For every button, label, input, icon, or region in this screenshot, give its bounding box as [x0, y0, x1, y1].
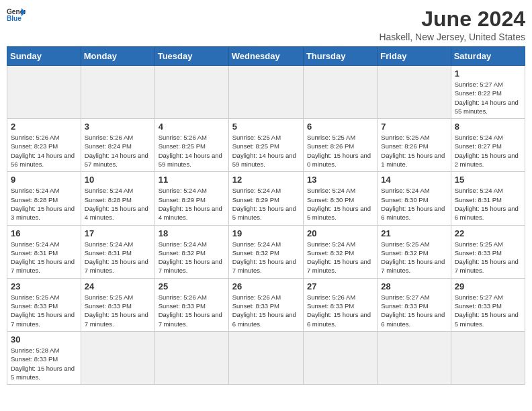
- day-info: Sunrise: 5:24 AM Sunset: 8:32 PM Dayligh…: [307, 240, 373, 275]
- calendar-cell: 6Sunrise: 5:25 AM Sunset: 8:26 PM Daylig…: [303, 119, 377, 172]
- day-info: Sunrise: 5:27 AM Sunset: 8:22 PM Dayligh…: [455, 80, 521, 116]
- calendar-cell: [81, 66, 154, 119]
- calendar-cell: 17Sunrise: 5:24 AM Sunset: 8:31 PM Dayli…: [81, 225, 154, 278]
- day-number: 27: [307, 281, 373, 291]
- calendar-cell: 13Sunrise: 5:24 AM Sunset: 8:30 PM Dayli…: [303, 172, 377, 225]
- day-number: 19: [232, 228, 300, 238]
- calendar-cell: 25Sunrise: 5:26 AM Sunset: 8:33 PM Dayli…: [154, 278, 228, 331]
- calendar-cell: [7, 66, 81, 119]
- day-number: 28: [381, 281, 447, 291]
- calendar-cell: 2Sunrise: 5:26 AM Sunset: 8:23 PM Daylig…: [7, 119, 81, 172]
- title-area: June 2024 Haskell, New Jersey, United St…: [379, 7, 525, 42]
- day-number: 26: [232, 281, 300, 291]
- day-number: 21: [381, 228, 447, 238]
- calendar-cell: 20Sunrise: 5:24 AM Sunset: 8:32 PM Dayli…: [303, 225, 377, 278]
- calendar-cell: 14Sunrise: 5:24 AM Sunset: 8:30 PM Dayli…: [378, 172, 451, 225]
- day-info: Sunrise: 5:25 AM Sunset: 8:26 PM Dayligh…: [381, 133, 447, 169]
- calendar-cell: 28Sunrise: 5:27 AM Sunset: 8:33 PM Dayli…: [378, 278, 451, 331]
- calendar-week-row-1: 1Sunrise: 5:27 AM Sunset: 8:22 PM Daylig…: [7, 66, 525, 119]
- day-number: 3: [85, 122, 151, 132]
- day-info: Sunrise: 5:26 AM Sunset: 8:23 PM Dayligh…: [11, 133, 77, 169]
- day-number: 11: [159, 175, 225, 185]
- calendar-cell: 29Sunrise: 5:27 AM Sunset: 8:33 PM Dayli…: [451, 278, 525, 331]
- day-number: 20: [307, 228, 373, 238]
- calendar-cell: 24Sunrise: 5:25 AM Sunset: 8:33 PM Dayli…: [81, 278, 154, 331]
- day-info: Sunrise: 5:24 AM Sunset: 8:30 PM Dayligh…: [381, 186, 447, 222]
- calendar-cell: [378, 331, 451, 384]
- weekday-header-friday: Friday: [378, 47, 451, 66]
- day-info: Sunrise: 5:24 AM Sunset: 8:28 PM Dayligh…: [11, 186, 77, 222]
- day-info: Sunrise: 5:24 AM Sunset: 8:29 PM Dayligh…: [232, 186, 300, 222]
- calendar-cell: 16Sunrise: 5:24 AM Sunset: 8:31 PM Dayli…: [7, 225, 81, 278]
- calendar-cell: 22Sunrise: 5:25 AM Sunset: 8:33 PM Dayli…: [451, 225, 525, 278]
- day-number: 7: [381, 122, 447, 132]
- logo: General Blue: [7, 7, 26, 23]
- day-info: Sunrise: 5:24 AM Sunset: 8:31 PM Dayligh…: [455, 186, 521, 222]
- calendar-cell: 11Sunrise: 5:24 AM Sunset: 8:29 PM Dayli…: [154, 172, 228, 225]
- calendar-cell: 1Sunrise: 5:27 AM Sunset: 8:22 PM Daylig…: [451, 66, 525, 119]
- day-info: Sunrise: 5:27 AM Sunset: 8:33 PM Dayligh…: [455, 293, 521, 328]
- weekday-header-sunday: Sunday: [7, 47, 81, 66]
- weekday-header-wednesday: Wednesday: [228, 47, 303, 66]
- day-number: 4: [159, 122, 225, 132]
- day-number: 1: [455, 68, 521, 79]
- svg-text:Blue: Blue: [7, 15, 21, 22]
- day-info: Sunrise: 5:26 AM Sunset: 8:33 PM Dayligh…: [159, 293, 225, 328]
- calendar-week-row-2: 2Sunrise: 5:26 AM Sunset: 8:23 PM Daylig…: [7, 119, 525, 172]
- day-info: Sunrise: 5:24 AM Sunset: 8:32 PM Dayligh…: [159, 240, 225, 275]
- day-number: 8: [455, 122, 521, 132]
- calendar-table: SundayMondayTuesdayWednesdayThursdayFrid…: [7, 46, 525, 385]
- calendar-week-row-5: 23Sunrise: 5:25 AM Sunset: 8:33 PM Dayli…: [7, 278, 525, 331]
- day-number: 6: [307, 122, 373, 132]
- weekday-header-monday: Monday: [81, 47, 154, 66]
- calendar-cell: 7Sunrise: 5:25 AM Sunset: 8:26 PM Daylig…: [378, 119, 451, 172]
- day-number: 18: [159, 228, 225, 238]
- day-info: Sunrise: 5:25 AM Sunset: 8:25 PM Dayligh…: [232, 133, 300, 169]
- day-info: Sunrise: 5:24 AM Sunset: 8:29 PM Dayligh…: [159, 186, 225, 222]
- day-info: Sunrise: 5:24 AM Sunset: 8:31 PM Dayligh…: [85, 240, 151, 275]
- day-info: Sunrise: 5:26 AM Sunset: 8:24 PM Dayligh…: [85, 133, 151, 169]
- day-info: Sunrise: 5:24 AM Sunset: 8:32 PM Dayligh…: [232, 240, 300, 275]
- calendar-header-row: SundayMondayTuesdayWednesdayThursdayFrid…: [7, 47, 525, 66]
- calendar-cell: 4Sunrise: 5:26 AM Sunset: 8:25 PM Daylig…: [154, 119, 228, 172]
- calendar-cell: 12Sunrise: 5:24 AM Sunset: 8:29 PM Dayli…: [228, 172, 303, 225]
- day-info: Sunrise: 5:26 AM Sunset: 8:25 PM Dayligh…: [159, 133, 225, 169]
- day-number: 22: [455, 228, 521, 238]
- day-info: Sunrise: 5:24 AM Sunset: 8:28 PM Dayligh…: [85, 186, 151, 222]
- calendar-cell: 3Sunrise: 5:26 AM Sunset: 8:24 PM Daylig…: [81, 119, 154, 172]
- calendar-week-row-4: 16Sunrise: 5:24 AM Sunset: 8:31 PM Dayli…: [7, 225, 525, 278]
- day-info: Sunrise: 5:28 AM Sunset: 8:33 PM Dayligh…: [11, 346, 77, 381]
- calendar-week-row-3: 9Sunrise: 5:24 AM Sunset: 8:28 PM Daylig…: [7, 172, 525, 225]
- day-number: 29: [455, 281, 521, 291]
- day-number: 16: [11, 228, 77, 238]
- generalblue-logo-icon: General Blue: [7, 7, 26, 23]
- calendar-cell: [303, 331, 377, 384]
- day-number: 12: [232, 175, 300, 185]
- day-number: 2: [11, 122, 77, 132]
- day-number: 9: [11, 175, 77, 185]
- day-info: Sunrise: 5:26 AM Sunset: 8:33 PM Dayligh…: [307, 293, 373, 328]
- calendar-cell: 19Sunrise: 5:24 AM Sunset: 8:32 PM Dayli…: [228, 225, 303, 278]
- calendar-cell: 10Sunrise: 5:24 AM Sunset: 8:28 PM Dayli…: [81, 172, 154, 225]
- day-number: 30: [11, 334, 77, 345]
- day-number: 23: [11, 281, 77, 291]
- calendar-cell: [303, 66, 377, 119]
- day-number: 13: [307, 175, 373, 185]
- day-number: 25: [159, 281, 225, 291]
- day-number: 15: [455, 175, 521, 185]
- calendar-cell: [228, 66, 303, 119]
- calendar-cell: [81, 331, 154, 384]
- calendar-cell: 5Sunrise: 5:25 AM Sunset: 8:25 PM Daylig…: [228, 119, 303, 172]
- location-subtitle: Haskell, New Jersey, United States: [379, 32, 525, 42]
- day-info: Sunrise: 5:24 AM Sunset: 8:31 PM Dayligh…: [11, 240, 77, 275]
- day-number: 14: [381, 175, 447, 185]
- calendar-cell: 26Sunrise: 5:26 AM Sunset: 8:33 PM Dayli…: [228, 278, 303, 331]
- day-info: Sunrise: 5:25 AM Sunset: 8:26 PM Dayligh…: [307, 133, 373, 169]
- calendar-cell: 9Sunrise: 5:24 AM Sunset: 8:28 PM Daylig…: [7, 172, 81, 225]
- weekday-header-thursday: Thursday: [303, 47, 377, 66]
- day-number: 10: [85, 175, 151, 185]
- day-number: 5: [232, 122, 300, 132]
- calendar-cell: 18Sunrise: 5:24 AM Sunset: 8:32 PM Dayli…: [154, 225, 228, 278]
- calendar-cell: [228, 331, 303, 384]
- calendar-week-row-6: 30Sunrise: 5:28 AM Sunset: 8:33 PM Dayli…: [7, 331, 525, 384]
